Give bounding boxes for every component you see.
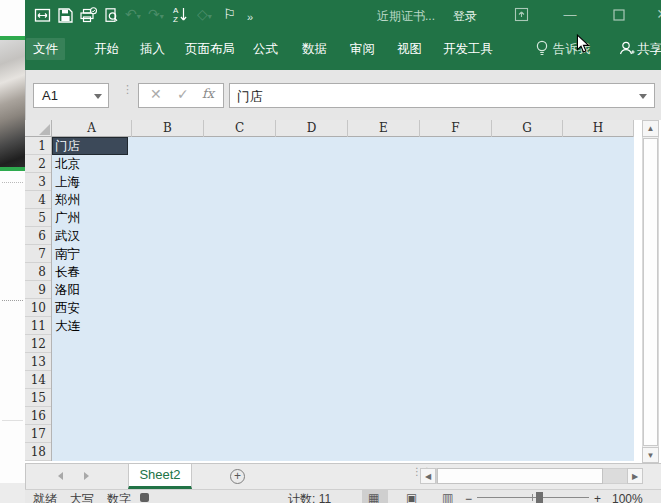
svg-text:Z: Z — [173, 15, 178, 24]
page-layout-view-icon[interactable]: ▣ — [406, 491, 417, 503]
undo-icon[interactable]: ↶▾ — [125, 6, 141, 25]
scroll-down-icon[interactable]: ▼ — [642, 447, 659, 463]
more-commands-icon[interactable]: » — [247, 9, 253, 26]
selected-range[interactable] — [52, 137, 634, 461]
background-divider — [2, 420, 23, 421]
sign-in-button[interactable]: 登录 — [453, 8, 477, 25]
name-box[interactable]: A1 — [33, 83, 109, 108]
column-header-B[interactable]: B — [132, 120, 204, 137]
name-box-value: A1 — [42, 88, 58, 103]
tab-6[interactable]: 审阅 — [350, 40, 375, 58]
insert-function-icon[interactable]: fx — [202, 86, 214, 101]
cell-a6[interactable]: 武汉 — [55, 227, 131, 245]
print-preview-icon[interactable] — [103, 7, 120, 24]
formula-bar-expand-icon[interactable] — [639, 94, 647, 99]
save-icon[interactable] — [57, 7, 74, 24]
background-divider — [2, 300, 23, 301]
normal-view-icon[interactable]: ▦ — [368, 491, 379, 503]
row-header-9[interactable]: 9 — [25, 281, 51, 299]
scroll-up-icon[interactable]: ▲ — [642, 120, 659, 137]
horizontal-scrollbar-thumb[interactable] — [437, 468, 603, 484]
zoom-in-icon[interactable]: + — [594, 492, 601, 503]
tab-5[interactable]: 数据 — [302, 40, 327, 58]
person-add-icon — [618, 39, 635, 62]
cell-a3[interactable]: 上海 — [55, 173, 131, 191]
tab-file[interactable]: 文件 — [26, 38, 65, 60]
flag-icon[interactable]: ⚐ — [223, 6, 236, 23]
row-header-18[interactable]: 18 — [25, 443, 51, 461]
row-header-6[interactable]: 6 — [25, 227, 51, 245]
cell-a7[interactable]: 南宁 — [55, 245, 131, 263]
close-icon[interactable]: ✕ — [653, 6, 661, 22]
row-header-16[interactable]: 16 — [25, 407, 51, 425]
tab-8[interactable]: 开发工具 — [443, 40, 493, 58]
row-header-15[interactable]: 15 — [25, 389, 51, 407]
column-header-A[interactable]: A — [52, 120, 132, 137]
title-bar: ↶▾ ↷▾ AZ ◇▾ ⚐ » 近期证书... 登录 — ✕ — [25, 0, 661, 30]
share-button[interactable]: 共享 — [637, 40, 661, 58]
select-all-corner[interactable] — [25, 120, 52, 137]
column-header-C[interactable]: C — [204, 120, 276, 137]
tab-2[interactable]: 插入 — [140, 40, 165, 58]
select-all-triangle-icon — [39, 124, 50, 135]
minimize-icon[interactable]: — — [561, 7, 579, 22]
row-header-11[interactable]: 11 — [25, 317, 51, 335]
cell-a10[interactable]: 西安 — [55, 299, 131, 317]
formula-value: 门店 — [237, 88, 263, 106]
column-header-D[interactable]: D — [276, 120, 348, 137]
cell-a9[interactable]: 洛阳 — [55, 281, 131, 299]
cancel-icon[interactable]: ✕ — [150, 86, 162, 102]
scroll-left-icon[interactable]: ◀ — [420, 468, 436, 484]
row-header-4[interactable]: 4 — [25, 191, 51, 209]
row-header-10[interactable]: 10 — [25, 299, 51, 317]
column-header-E[interactable]: E — [348, 120, 420, 137]
tab-4[interactable]: 公式 — [253, 40, 278, 58]
tab-7[interactable]: 视图 — [397, 40, 422, 58]
tab-3[interactable]: 页面布局 — [185, 40, 235, 58]
row-header-8[interactable]: 8 — [25, 263, 51, 281]
row-header-17[interactable]: 17 — [25, 425, 51, 443]
cell-a11[interactable]: 大连 — [55, 317, 131, 335]
row-header-13[interactable]: 13 — [25, 353, 51, 371]
row-header-5[interactable]: 5 — [25, 209, 51, 227]
ribbon-display-options-icon[interactable] — [511, 7, 531, 26]
enter-icon[interactable]: ✓ — [177, 86, 189, 102]
column-header-H[interactable]: H — [563, 120, 634, 137]
row-header-7[interactable]: 7 — [25, 245, 51, 263]
sort-az-icon[interactable]: AZ — [171, 5, 188, 22]
row-header-14[interactable]: 14 — [25, 371, 51, 389]
sheet-nav-left-icon[interactable] — [58, 472, 63, 480]
row-header-3[interactable]: 3 — [25, 173, 51, 191]
row-header-1[interactable]: 1 — [25, 137, 51, 155]
sheet-nav-right-icon[interactable] — [84, 472, 89, 480]
cell-a8[interactable]: 长春 — [55, 263, 131, 281]
scroll-right-icon[interactable]: ▶ — [627, 468, 643, 484]
maximize-icon[interactable] — [610, 7, 628, 25]
zoom-slider[interactable] — [477, 497, 589, 498]
formula-input[interactable]: 门店 — [229, 83, 655, 108]
tab-1[interactable]: 开始 — [94, 40, 119, 58]
add-sheet-button[interactable]: + — [230, 469, 245, 484]
macro-record-icon[interactable] — [140, 493, 149, 502]
page-break-view-icon[interactable]: ▥ — [442, 491, 453, 503]
cell-a5[interactable]: 广州 — [55, 209, 131, 227]
zoom-slider-handle[interactable] — [536, 492, 543, 503]
window-mode-icon[interactable] — [34, 7, 51, 24]
vertical-scrollbar-thumb[interactable] — [643, 138, 658, 446]
zoom-out-icon[interactable]: − — [465, 492, 472, 503]
redo-icon[interactable]: ↷▾ — [148, 6, 164, 25]
cell-a1[interactable]: 门店 — [55, 137, 131, 155]
status-count: 计数: 11 — [288, 492, 331, 503]
inactive-tool-icon[interactable]: ◇▾ — [197, 6, 212, 25]
sheet-tab-sheet2[interactable]: Sheet2 — [128, 464, 192, 489]
cell-a4[interactable]: 郑州 — [55, 191, 131, 209]
quick-print-icon[interactable] — [79, 7, 96, 24]
row-header-2[interactable]: 2 — [25, 155, 51, 173]
background-divider — [2, 182, 23, 183]
row-header-12[interactable]: 12 — [25, 335, 51, 353]
chevron-down-icon[interactable] — [94, 94, 102, 99]
zoom-level: 100% — [612, 492, 643, 503]
column-header-F[interactable]: F — [420, 120, 492, 137]
cell-a2[interactable]: 北京 — [55, 155, 131, 173]
column-header-G[interactable]: G — [492, 120, 563, 137]
